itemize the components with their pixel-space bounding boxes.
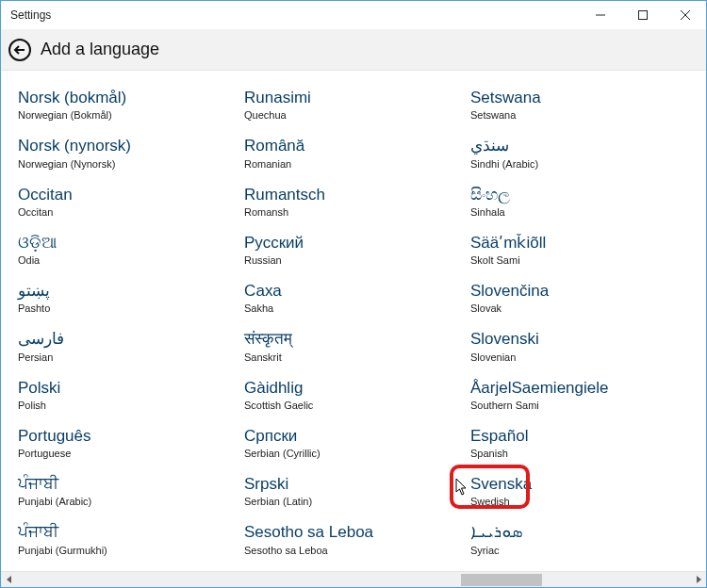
language-english-name: Slovak xyxy=(470,302,689,314)
language-english-name: Sesotho sa Leboa xyxy=(244,545,463,556)
language-column: SetswanaSetswanaسنڌيSindhi (Arabic)සිංහල… xyxy=(470,88,697,571)
scrollbar-thumb[interactable] xyxy=(461,574,542,586)
language-column: RunasimiQuechuaRomânăRomanianRumantschRo… xyxy=(244,88,470,571)
language-native-name: Runasimi xyxy=(244,88,463,107)
language-native-name: Slovenčina xyxy=(470,281,689,301)
language-columns: Norsk (bokmål)Norwegian (Bokmål)Norsk (n… xyxy=(18,88,697,571)
language-item[interactable]: සිංහලSinhala xyxy=(470,185,697,218)
language-english-name: Norwegian (Bokmål) xyxy=(18,109,237,121)
language-native-name: Српски xyxy=(244,426,463,446)
language-item[interactable]: СрпскиSerbian (Cyrillic) xyxy=(244,426,470,459)
language-item[interactable]: PortuguêsPortuguese xyxy=(18,426,244,459)
language-native-name: Português xyxy=(18,426,237,446)
close-button[interactable] xyxy=(664,1,706,29)
language-item[interactable]: ܣܘܪܝܝܐSyriac xyxy=(470,522,697,555)
language-native-name: Sesotho sa Leboa xyxy=(244,522,463,542)
page-header: Add a language xyxy=(1,29,706,71)
language-item[interactable]: संस्कृतम्Sanskrit xyxy=(244,329,470,362)
language-english-name: Persian xyxy=(18,351,237,363)
language-english-name: Skolt Sami xyxy=(470,254,689,266)
back-button[interactable] xyxy=(8,39,31,61)
language-english-name: Slovenian xyxy=(470,351,689,363)
language-item[interactable]: ÅarjelSaemiengieleSouthern Sami xyxy=(470,378,697,411)
language-english-name: Sinhala xyxy=(470,206,689,218)
chevron-left-icon xyxy=(6,576,13,583)
language-native-name: Español xyxy=(470,426,689,446)
language-native-name: ÅarjelSaemiengiele xyxy=(470,378,689,398)
language-item[interactable]: Norsk (bokmål)Norwegian (Bokmål) xyxy=(18,88,244,121)
horizontal-scrollbar[interactable] xyxy=(1,571,706,587)
language-native-name: Slovenski xyxy=(470,329,689,349)
language-item[interactable]: GàidhligScottish Gaelic xyxy=(244,378,470,411)
language-item[interactable]: Sesotho sa LeboaSesotho sa Leboa xyxy=(244,522,470,555)
scroll-left-button[interactable] xyxy=(1,572,17,588)
language-english-name: Swedish xyxy=(470,496,689,507)
language-item[interactable]: پښتوPashto xyxy=(18,281,244,314)
language-english-name: Southern Sami xyxy=(470,400,689,411)
language-item[interactable]: Norsk (nynorsk)Norwegian (Nynorsk) xyxy=(18,136,244,169)
window-title: Settings xyxy=(1,8,51,22)
language-english-name: Syriac xyxy=(470,545,689,556)
language-item[interactable]: EspañolSpanish xyxy=(470,426,697,459)
language-item[interactable]: OccitanOccitan xyxy=(18,185,244,218)
language-item[interactable]: PolskiPolish xyxy=(18,378,244,411)
language-item[interactable]: ਪੰਜਾਬੀPunjabi (Gurmukhi) xyxy=(18,522,244,555)
language-column: Norsk (bokmål)Norwegian (Bokmål)Norsk (n… xyxy=(18,88,244,571)
language-native-name: Norsk (bokmål) xyxy=(18,88,237,107)
language-item[interactable]: RomânăRomanian xyxy=(244,136,470,169)
scrollbar-track[interactable] xyxy=(17,572,690,588)
language-item[interactable]: RumantschRomansh xyxy=(244,185,470,218)
chevron-right-icon xyxy=(695,576,702,583)
language-english-name: Sindhi (Arabic) xyxy=(470,158,689,170)
language-native-name: ਪੰਜਾਬੀ xyxy=(18,474,237,494)
language-item[interactable]: ਪੰਜਾਬੀPunjabi (Arabic) xyxy=(18,474,244,507)
language-english-name: Setswana xyxy=(470,109,689,121)
language-native-name: Norsk (nynorsk) xyxy=(18,136,237,155)
settings-window: Settings Add a language Norsk (bokmål)No… xyxy=(0,0,707,588)
language-english-name: Sanskrit xyxy=(244,351,463,363)
language-item[interactable]: سنڌيSindhi (Arabic) xyxy=(470,136,697,169)
language-item[interactable]: SääʹmǩiõllSkolt Sami xyxy=(470,233,697,266)
language-native-name: ਪੰਜਾਬੀ xyxy=(18,522,237,542)
language-native-name: Gàidhlig xyxy=(244,378,463,398)
language-native-name: Română xyxy=(244,136,463,155)
minimize-button[interactable] xyxy=(579,1,621,29)
close-icon xyxy=(681,10,690,20)
titlebar: Settings xyxy=(1,1,706,29)
language-item[interactable]: СахаSakha xyxy=(244,281,470,314)
svg-marker-6 xyxy=(697,576,701,583)
language-english-name: Punjabi (Arabic) xyxy=(18,496,237,507)
language-item[interactable]: SlovenskiSlovenian xyxy=(470,329,697,362)
language-english-name: Serbian (Cyrillic) xyxy=(244,448,463,459)
minimize-icon xyxy=(596,10,605,20)
page-title: Add a language xyxy=(41,40,159,59)
language-english-name: Punjabi (Gurmukhi) xyxy=(18,545,237,556)
language-item[interactable]: ଓଡ଼ିଆOdia xyxy=(18,233,244,266)
language-english-name: Polish xyxy=(18,400,237,411)
back-arrow-icon xyxy=(13,43,26,57)
language-item[interactable]: SetswanaSetswana xyxy=(470,88,697,121)
scroll-right-button[interactable] xyxy=(690,572,706,588)
language-native-name: Svenska xyxy=(470,474,689,494)
svg-rect-1 xyxy=(638,11,647,20)
language-english-name: Pashto xyxy=(18,302,237,314)
language-english-name: Portuguese xyxy=(18,448,237,459)
language-native-name: Srpski xyxy=(244,474,463,494)
language-native-name: Polski xyxy=(18,378,237,398)
language-item[interactable]: فارسىPersian xyxy=(18,329,244,362)
language-native-name: Setswana xyxy=(470,88,689,107)
language-native-name: پښتو xyxy=(18,281,237,301)
svg-marker-5 xyxy=(7,576,11,583)
language-list-viewport: Norsk (bokmål)Norwegian (Bokmål)Norsk (n… xyxy=(1,71,706,571)
maximize-button[interactable] xyxy=(621,1,664,29)
language-item[interactable]: SrpskiSerbian (Latin) xyxy=(244,474,470,507)
language-english-name: Scottish Gaelic xyxy=(244,400,463,411)
language-native-name: Rumantsch xyxy=(244,185,463,204)
language-item[interactable]: РусскийRussian xyxy=(244,233,470,266)
language-item[interactable]: SvenskaSwedish xyxy=(470,474,697,507)
language-item[interactable]: RunasimiQuechua xyxy=(244,88,470,121)
language-english-name: Romansh xyxy=(244,206,463,218)
maximize-icon xyxy=(638,10,648,20)
language-item[interactable]: SlovenčinaSlovak xyxy=(470,281,697,314)
language-english-name: Romanian xyxy=(244,158,463,170)
